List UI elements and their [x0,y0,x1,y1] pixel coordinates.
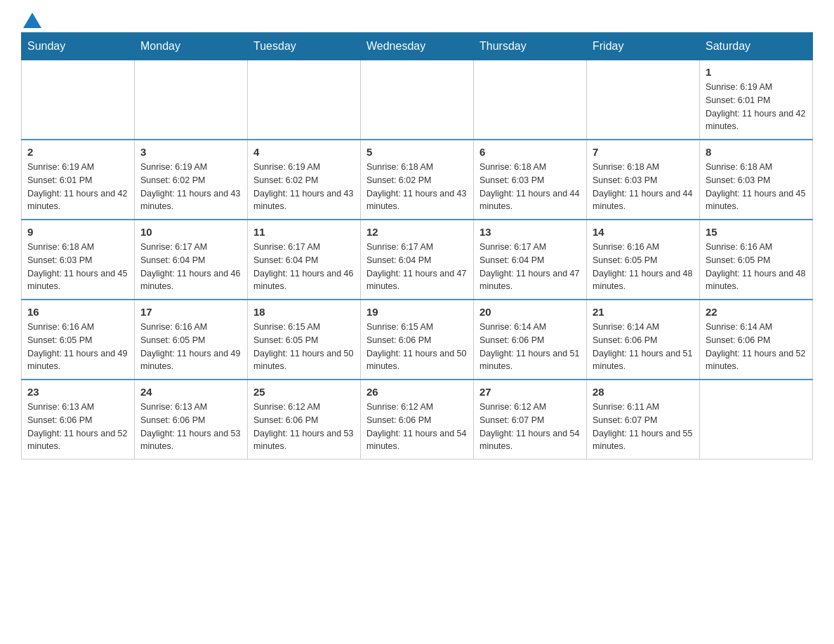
calendar-day-cell [361,60,474,140]
day-number: 19 [366,306,468,318]
calendar-day-cell: 27Sunrise: 6:12 AM Sunset: 6:07 PM Dayli… [474,380,587,459]
day-info: Sunrise: 6:17 AM Sunset: 6:04 PM Dayligh… [140,241,241,293]
day-number: 23 [27,386,128,398]
day-number: 8 [706,146,807,158]
day-info: Sunrise: 6:16 AM Sunset: 6:05 PM Dayligh… [140,321,241,373]
day-info: Sunrise: 6:12 AM Sunset: 6:06 PM Dayligh… [366,401,468,453]
calendar-day-cell: 8Sunrise: 6:18 AM Sunset: 6:03 PM Daylig… [700,140,813,220]
day-info: Sunrise: 6:13 AM Sunset: 6:06 PM Dayligh… [27,401,128,453]
day-number: 1 [706,66,807,78]
day-number: 7 [593,146,694,158]
day-info: Sunrise: 6:14 AM Sunset: 6:06 PM Dayligh… [593,321,694,373]
calendar-day-header: Wednesday [361,33,474,60]
calendar-day-cell: 20Sunrise: 6:14 AM Sunset: 6:06 PM Dayli… [474,300,587,380]
day-info: Sunrise: 6:19 AM Sunset: 6:01 PM Dayligh… [27,161,128,213]
day-number: 3 [140,146,241,158]
day-info: Sunrise: 6:12 AM Sunset: 6:06 PM Dayligh… [253,401,355,453]
calendar-day-cell: 4Sunrise: 6:19 AM Sunset: 6:02 PM Daylig… [248,140,361,220]
calendar-day-cell: 23Sunrise: 6:13 AM Sunset: 6:06 PM Dayli… [22,380,135,459]
calendar-week-row: 9Sunrise: 6:18 AM Sunset: 6:03 PM Daylig… [22,220,813,300]
svg-marker-0 [23,13,41,28]
calendar-day-header: Saturday [700,33,813,60]
day-number: 27 [479,386,581,398]
day-info: Sunrise: 6:15 AM Sunset: 6:05 PM Dayligh… [253,321,355,373]
day-info: Sunrise: 6:11 AM Sunset: 6:07 PM Dayligh… [593,401,694,453]
calendar-day-cell: 28Sunrise: 6:11 AM Sunset: 6:07 PM Dayli… [587,380,700,459]
calendar-day-cell: 22Sunrise: 6:14 AM Sunset: 6:06 PM Dayli… [700,300,813,380]
logo [21,14,41,25]
day-number: 20 [479,306,581,318]
day-info: Sunrise: 6:18 AM Sunset: 6:02 PM Dayligh… [366,161,468,213]
day-info: Sunrise: 6:14 AM Sunset: 6:06 PM Dayligh… [706,321,807,373]
calendar-day-cell [248,60,361,140]
day-number: 25 [253,386,355,398]
calendar-day-cell: 18Sunrise: 6:15 AM Sunset: 6:05 PM Dayli… [248,300,361,380]
day-info: Sunrise: 6:19 AM Sunset: 6:02 PM Dayligh… [253,161,355,213]
calendar-day-header: Tuesday [248,33,361,60]
day-info: Sunrise: 6:19 AM Sunset: 6:01 PM Dayligh… [706,81,807,133]
day-info: Sunrise: 6:16 AM Sunset: 6:05 PM Dayligh… [593,241,694,293]
day-info: Sunrise: 6:14 AM Sunset: 6:06 PM Dayligh… [479,321,581,373]
day-info: Sunrise: 6:17 AM Sunset: 6:04 PM Dayligh… [366,241,468,293]
calendar-day-cell: 11Sunrise: 6:17 AM Sunset: 6:04 PM Dayli… [248,220,361,300]
day-number: 21 [593,306,694,318]
day-number: 17 [140,306,241,318]
day-info: Sunrise: 6:16 AM Sunset: 6:05 PM Dayligh… [27,321,128,373]
day-number: 6 [479,146,581,158]
day-number: 14 [593,226,694,238]
day-info: Sunrise: 6:16 AM Sunset: 6:05 PM Dayligh… [706,241,807,293]
calendar-day-cell: 13Sunrise: 6:17 AM Sunset: 6:04 PM Dayli… [474,220,587,300]
day-info: Sunrise: 6:18 AM Sunset: 6:03 PM Dayligh… [706,161,807,213]
calendar-day-header: Friday [587,33,700,60]
day-info: Sunrise: 6:18 AM Sunset: 6:03 PM Dayligh… [479,161,581,213]
day-number: 16 [27,306,128,318]
calendar-day-cell: 14Sunrise: 6:16 AM Sunset: 6:05 PM Dayli… [587,220,700,300]
calendar-day-cell: 25Sunrise: 6:12 AM Sunset: 6:06 PM Dayli… [248,380,361,459]
day-number: 28 [593,386,694,398]
calendar-day-cell [700,380,813,459]
calendar-week-row: 2Sunrise: 6:19 AM Sunset: 6:01 PM Daylig… [22,140,813,220]
calendar-header-row: SundayMondayTuesdayWednesdayThursdayFrid… [22,33,813,60]
page-header [21,14,813,25]
day-number: 10 [140,226,241,238]
day-number: 24 [140,386,241,398]
day-info: Sunrise: 6:15 AM Sunset: 6:06 PM Dayligh… [366,321,468,373]
calendar-day-header: Monday [135,33,248,60]
calendar-day-cell: 3Sunrise: 6:19 AM Sunset: 6:02 PM Daylig… [135,140,248,220]
day-number: 9 [27,226,128,238]
day-info: Sunrise: 6:19 AM Sunset: 6:02 PM Dayligh… [140,161,241,213]
calendar-day-cell: 26Sunrise: 6:12 AM Sunset: 6:06 PM Dayli… [361,380,474,459]
calendar-day-cell: 7Sunrise: 6:18 AM Sunset: 6:03 PM Daylig… [587,140,700,220]
day-info: Sunrise: 6:12 AM Sunset: 6:07 PM Dayligh… [479,401,581,453]
day-number: 5 [366,146,468,158]
calendar-day-cell: 21Sunrise: 6:14 AM Sunset: 6:06 PM Dayli… [587,300,700,380]
calendar-day-cell: 9Sunrise: 6:18 AM Sunset: 6:03 PM Daylig… [22,220,135,300]
logo-triangle-icon [23,13,41,28]
day-info: Sunrise: 6:18 AM Sunset: 6:03 PM Dayligh… [593,161,694,213]
calendar-day-cell: 19Sunrise: 6:15 AM Sunset: 6:06 PM Dayli… [361,300,474,380]
calendar-day-cell: 24Sunrise: 6:13 AM Sunset: 6:06 PM Dayli… [135,380,248,459]
day-number: 12 [366,226,468,238]
day-info: Sunrise: 6:17 AM Sunset: 6:04 PM Dayligh… [253,241,355,293]
day-number: 11 [253,226,355,238]
calendar-day-cell [587,60,700,140]
calendar-day-cell: 12Sunrise: 6:17 AM Sunset: 6:04 PM Dayli… [361,220,474,300]
calendar-table: SundayMondayTuesdayWednesdayThursdayFrid… [21,32,813,459]
calendar-day-cell: 5Sunrise: 6:18 AM Sunset: 6:02 PM Daylig… [361,140,474,220]
calendar-day-cell: 2Sunrise: 6:19 AM Sunset: 6:01 PM Daylig… [22,140,135,220]
calendar-day-cell [474,60,587,140]
calendar-week-row: 23Sunrise: 6:13 AM Sunset: 6:06 PM Dayli… [22,380,813,459]
calendar-day-cell: 6Sunrise: 6:18 AM Sunset: 6:03 PM Daylig… [474,140,587,220]
day-info: Sunrise: 6:13 AM Sunset: 6:06 PM Dayligh… [140,401,241,453]
calendar-day-cell: 1Sunrise: 6:19 AM Sunset: 6:01 PM Daylig… [700,60,813,140]
day-number: 13 [479,226,581,238]
calendar-day-header: Sunday [22,33,135,60]
calendar-day-cell [135,60,248,140]
calendar-day-header: Thursday [474,33,587,60]
day-number: 22 [706,306,807,318]
day-number: 4 [253,146,355,158]
calendar-day-cell: 15Sunrise: 6:16 AM Sunset: 6:05 PM Dayli… [700,220,813,300]
day-info: Sunrise: 6:17 AM Sunset: 6:04 PM Dayligh… [479,241,581,293]
calendar-week-row: 1Sunrise: 6:19 AM Sunset: 6:01 PM Daylig… [22,60,813,140]
calendar-day-cell: 17Sunrise: 6:16 AM Sunset: 6:05 PM Dayli… [135,300,248,380]
